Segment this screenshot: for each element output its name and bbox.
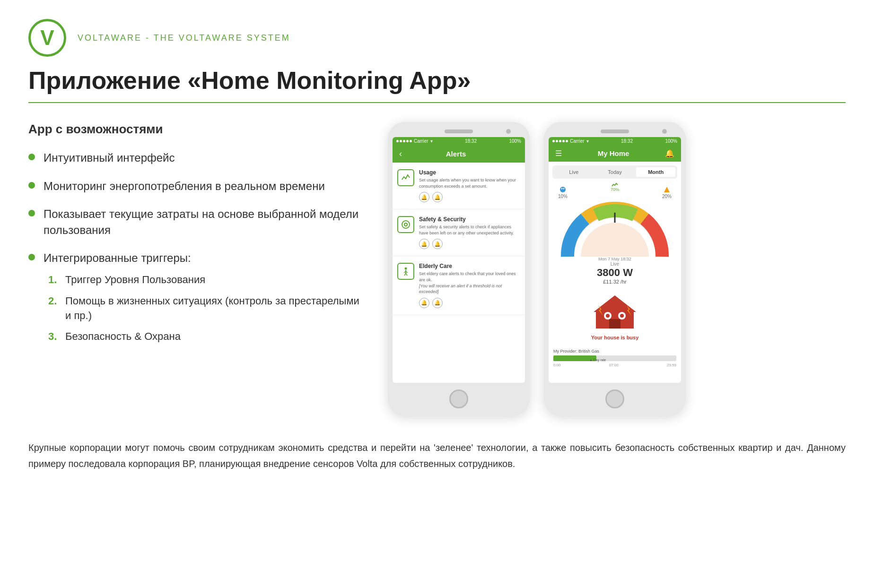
safety-icon <box>397 216 414 233</box>
elderly-title: Elderly Care <box>419 263 520 269</box>
back-button-1[interactable]: ‹ <box>399 149 402 159</box>
alert-elderly: Elderly Care Set eldery care alerts to c… <box>393 256 525 315</box>
svg-point-19 <box>606 314 610 318</box>
bell-on[interactable]: 🔔 <box>432 298 443 308</box>
time-bar: ▲ Day rate <box>553 355 676 361</box>
footer-text: Крупные корпорации могут помочь своим со… <box>28 440 846 472</box>
time-bar-labels: 0:00 07:00 23:59 <box>553 363 676 367</box>
gauge-date: Mon 7 May 18:32 <box>553 257 676 261</box>
gauge-cost: £11.32 /hr <box>553 279 676 285</box>
list-item: Интуитивный интерфейс <box>28 150 359 166</box>
usage-bells: 🔔 🔔 <box>419 192 520 202</box>
wifi-icon-1: ▾ <box>430 138 433 144</box>
list-item: Показывает текущие затраты на основе выб… <box>28 206 359 238</box>
tab-today[interactable]: Today <box>595 167 635 177</box>
right-percent: 20% <box>662 194 672 199</box>
phone-screen-2: Carrier ▾ 18:32 100% ☰ My Home 🔔 Live To… <box>549 137 681 383</box>
status-left-2: Carrier ▾ <box>552 138 589 144</box>
bell-icon[interactable]: 🔔 <box>665 149 674 158</box>
phone-camera-2 <box>662 129 667 134</box>
gauge-svg <box>558 200 672 261</box>
bell-off[interactable]: 🔔 <box>419 239 429 249</box>
brand-subtitle: VOLTAWARE - THE VOLTAWARE SYSTEM <box>78 33 290 43</box>
bullet-dot <box>28 154 35 160</box>
bell-on[interactable]: 🔔 <box>432 239 443 249</box>
gauge-left-label: 10% <box>558 186 568 199</box>
hamburger-menu-icon[interactable]: ☰ <box>555 149 562 158</box>
features-title: App с возможностями <box>28 122 359 137</box>
usage-icon <box>397 169 414 186</box>
signal-dot <box>562 140 565 142</box>
sub-item-text: Помощь в жизненных ситуациях (контроль з… <box>65 294 359 323</box>
gauge-mode: Live <box>553 261 676 267</box>
time-display-1: 18:32 <box>465 138 477 144</box>
battery-label-2: 100% <box>665 138 677 144</box>
svg-point-1 <box>404 223 407 226</box>
phone-bottom-2 <box>549 389 681 408</box>
signal-dot <box>566 140 568 142</box>
provider-name: My Provider: British Gas <box>553 349 676 354</box>
bullet-text: Интегрированные триггеры: 1. Триггер Уро… <box>44 250 359 351</box>
signal-dot <box>400 140 402 142</box>
signal-dots-1 <box>396 140 412 142</box>
elderly-bells: 🔔 🔔 <box>419 298 520 308</box>
phone-speaker-1 <box>445 130 473 133</box>
house-busy-label: Your house is busy <box>549 335 681 340</box>
svg-rect-16 <box>609 319 621 329</box>
phone-speaker-2 <box>601 130 629 133</box>
phone-alerts: Carrier ▾ 18:32 100% ‹ Alerts <box>388 122 530 416</box>
bullet-text: Мониторинг энергопотребления в реальном … <box>44 178 359 194</box>
alert-usage: Usage Set usage alerts when you want to … <box>393 163 525 209</box>
svg-point-20 <box>620 314 624 318</box>
list-item: Мониторинг энергопотребления в реальном … <box>28 178 359 194</box>
house-area: Your house is busy <box>549 288 681 345</box>
time-end: 23:59 <box>667 363 676 367</box>
home-button-2[interactable] <box>605 389 624 408</box>
nav-bar-1: ‹ Alerts <box>393 145 525 163</box>
home-tabs: Live Today Month <box>552 165 677 179</box>
sub-list: 1. Триггер Уровня Пользования 2. Помощь … <box>44 273 359 344</box>
gauge-area: 10% 70% 20% <box>549 182 681 288</box>
bell-off[interactable]: 🔔 <box>419 192 429 202</box>
gauge-info: Mon 7 May 18:32 Live 3800 W £11.32 /hr <box>553 257 676 285</box>
sub-list-item: 1. Триггер Уровня Пользования <box>48 273 359 287</box>
list-item: Интегрированные триггеры: 1. Триггер Уро… <box>28 250 359 351</box>
signal-dots-2 <box>552 140 568 142</box>
svg-line-7 <box>406 273 407 276</box>
svg-point-0 <box>402 221 410 228</box>
phone-bottom-1 <box>393 389 525 408</box>
carrier-label-1: Carrier <box>414 138 428 144</box>
sub-list-item: 2. Помощь в жизненных ситуациях (контрол… <box>48 294 359 323</box>
signal-dot <box>559 140 561 142</box>
carrier-label-2: Carrier <box>570 138 585 144</box>
phones-area: Carrier ▾ 18:32 100% ‹ Alerts <box>388 122 686 416</box>
bullet-text: Показывает текущие затраты на основе выб… <box>44 206 359 238</box>
tab-month[interactable]: Month <box>636 167 675 177</box>
logo-circle: V <box>28 19 66 57</box>
nav-bar-2: ☰ My Home 🔔 <box>549 145 681 162</box>
page-title: Приложение «Home Monitoring App» <box>28 66 846 95</box>
time-start: 0:00 <box>553 363 561 367</box>
safety-title: Safety & Security <box>419 216 520 223</box>
phone-camera-1 <box>506 129 511 134</box>
phone-myhome: Carrier ▾ 18:32 100% ☰ My Home 🔔 Live To… <box>544 122 686 416</box>
wifi-icon-2: ▾ <box>586 138 589 144</box>
nav-title-1: Alerts <box>446 150 466 158</box>
header: V VOLTAWARE - THE VOLTAWARE SYSTEM <box>28 19 846 57</box>
elderly-desc: Set eldery care alerts to check that you… <box>419 271 520 294</box>
usage-content: Usage Set usage alerts when you want to … <box>419 169 520 202</box>
brand-info: VOLTAWARE - THE VOLTAWARE SYSTEM <box>78 33 290 43</box>
svg-line-6 <box>404 273 406 276</box>
signal-dot <box>410 140 412 142</box>
bell-on[interactable]: 🔔 <box>432 192 443 202</box>
bell-off[interactable]: 🔔 <box>419 298 429 308</box>
tab-live[interactable]: Live <box>554 167 594 177</box>
battery-label-1: 100% <box>509 138 521 144</box>
status-left-1: Carrier ▾ <box>396 138 433 144</box>
title-divider <box>28 102 846 103</box>
time-mid: 07:00 <box>609 363 619 367</box>
signal-dot <box>396 140 399 142</box>
home-button-1[interactable] <box>449 389 468 408</box>
signal-dot <box>403 140 405 142</box>
gauge-right-label: 20% <box>662 186 672 199</box>
